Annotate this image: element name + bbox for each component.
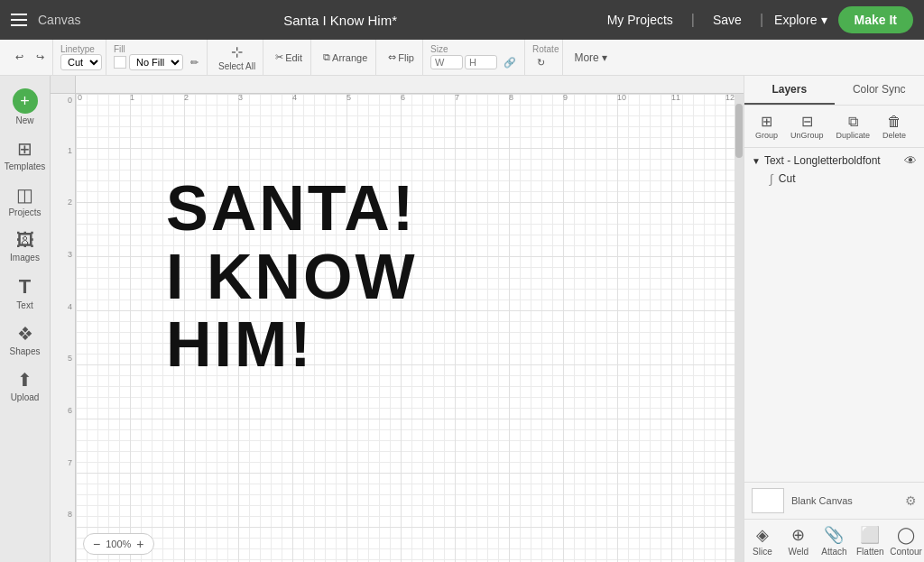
fill-color-swatch[interactable]	[114, 56, 126, 69]
ruler-h-7: 7	[455, 93, 459, 102]
ruler-h-8: 8	[509, 93, 513, 102]
canvas-settings-icon[interactable]: ⚙	[905, 493, 917, 508]
select-all-icon: ⊹	[231, 43, 243, 60]
ruler-corner	[51, 76, 76, 94]
right-panel: Layers Color Sync ⊞ Group ⊟ UnGroup ⧉ Du…	[744, 76, 924, 562]
sidebar-item-new[interactable]: + New	[3, 83, 48, 131]
arrange-button[interactable]: ⧉ Arrange	[319, 49, 372, 66]
sidebar-label-upload: Upload	[11, 392, 40, 402]
save-button[interactable]: Save	[706, 9, 749, 31]
select-all-button[interactable]: ⊹ Select All	[215, 41, 259, 73]
ruler-h-12: 12	[725, 93, 735, 102]
fill-select[interactable]: No Fill	[129, 54, 183, 70]
delete-icon: 🗑	[887, 114, 901, 130]
ungroup-button[interactable]: ⊟ UnGroup	[787, 111, 827, 142]
linetype-select[interactable]: Cut	[60, 54, 102, 70]
height-input[interactable]	[465, 55, 497, 69]
weld-button[interactable]: ⊕ Weld	[781, 520, 817, 562]
edit-button[interactable]: ✂ Edit	[271, 49, 307, 66]
undo-redo-group: ↩ ↪	[7, 40, 53, 75]
ruler-h-5: 5	[346, 93, 351, 102]
layer-group-name: Text - Longletterboldfont	[764, 154, 881, 167]
undo-button[interactable]: ↩	[11, 49, 28, 66]
sidebar-item-text[interactable]: T Text	[3, 270, 48, 316]
ruler-h-11: 11	[671, 93, 680, 102]
ruler-v-6: 6	[68, 406, 75, 458]
slice-icon: ◈	[756, 525, 769, 545]
sidebar-label-new: New	[15, 115, 33, 125]
ruler-v-4: 4	[68, 302, 75, 355]
nav-separator2: |	[760, 12, 763, 28]
text-icon: T	[19, 275, 31, 299]
rotate-group: Rotate ↻	[529, 40, 563, 75]
more-button[interactable]: More ▾	[567, 49, 614, 67]
explore-button[interactable]: Explore ▾	[774, 13, 827, 27]
app-title: Canvas	[38, 13, 80, 27]
sidebar-item-projects[interactable]: ◫ Projects	[3, 179, 48, 223]
ruler-v-8: 8	[68, 510, 75, 562]
sidebar-item-shapes[interactable]: ❖ Shapes	[3, 318, 48, 362]
flip-icon: ⇔	[388, 51, 396, 63]
images-icon: 🖼	[16, 230, 34, 251]
select-all-group: ⊹ Select All	[211, 40, 263, 75]
tab-layers[interactable]: Layers	[744, 76, 835, 105]
lock-aspect-button[interactable]: 🔗	[499, 54, 521, 71]
ruler-h-2: 2	[184, 93, 189, 102]
edit-icon: ✂	[275, 51, 283, 63]
redo-button[interactable]: ↪	[32, 49, 49, 66]
attach-button[interactable]: 📎 Attach	[817, 520, 853, 562]
main-area: + New ⊞ Templates ◫ Projects 🖼 Images T …	[0, 76, 924, 562]
sidebar-label-images: Images	[10, 253, 40, 263]
duplicate-button[interactable]: ⧉ Duplicate	[833, 112, 874, 142]
left-sidebar: + New ⊞ Templates ◫ Projects 🖼 Images T …	[0, 76, 51, 562]
panel-spacer	[744, 195, 924, 482]
width-input[interactable]	[430, 55, 463, 69]
my-projects-button[interactable]: My Projects	[600, 9, 680, 31]
canvas-scroll-area[interactable]: SANTA! I KNOW HIM!	[76, 94, 744, 562]
ruler-h-4: 4	[292, 93, 297, 102]
ruler-v-5: 5	[68, 354, 75, 406]
sidebar-item-upload[interactable]: ⬆ Upload	[3, 364, 48, 408]
make-it-button[interactable]: Make It	[838, 6, 913, 33]
weld-icon: ⊕	[791, 525, 805, 545]
sidebar-label-shapes: Shapes	[10, 346, 41, 356]
canvas-preview	[752, 488, 784, 513]
panel-actions: ⊞ Group ⊟ UnGroup ⧉ Duplicate 🗑 Delete	[744, 106, 924, 148]
sidebar-item-images[interactable]: 🖼 Images	[3, 225, 48, 268]
layer-item[interactable]: ∫ Cut	[752, 168, 917, 189]
contour-button[interactable]: ◯ Contour	[888, 520, 924, 562]
doc-title: Santa I Know Him*	[283, 13, 397, 28]
sidebar-label-projects: Projects	[8, 207, 41, 217]
flip-button[interactable]: ⇔ Flip	[383, 49, 419, 66]
arrange-group: ⧉ Arrange	[315, 40, 376, 75]
panel-tabs: Layers Color Sync	[744, 76, 924, 106]
edit-group: ✂ Edit	[267, 40, 311, 75]
sidebar-item-templates[interactable]: ⊞ Templates	[3, 133, 48, 177]
zoom-in-button[interactable]: +	[134, 537, 145, 551]
canvas-label: Blank Canvas	[791, 495, 853, 506]
fill-edit-button[interactable]: ✏	[186, 54, 203, 71]
tab-color-sync[interactable]: Color Sync	[835, 76, 925, 105]
arrange-icon: ⧉	[323, 51, 330, 63]
projects-icon: ◫	[16, 184, 33, 206]
nav-right: My Projects | Save | Explore ▾ Make It	[600, 6, 913, 33]
canvas-text-art[interactable]: SANTA! I KNOW HIM!	[166, 175, 418, 380]
scrollbar-thumb[interactable]	[735, 104, 743, 158]
hamburger-menu[interactable]	[11, 14, 27, 26]
ruler-h-9: 9	[563, 93, 568, 102]
shapes-icon: ❖	[17, 323, 33, 345]
slice-button[interactable]: ◈ Slice	[744, 520, 781, 562]
duplicate-icon: ⧉	[848, 114, 858, 130]
layer-visibility-toggle[interactable]: 👁	[904, 153, 917, 168]
ungroup-icon: ⊟	[801, 113, 813, 130]
group-button[interactable]: ⊞ Group	[752, 111, 781, 142]
vertical-scrollbar[interactable]	[735, 94, 744, 562]
rotate-button[interactable]: ↻	[532, 54, 550, 71]
rotate-label: Rotate	[532, 44, 559, 54]
top-nav: Canvas Santa I Know Him* My Projects | S…	[0, 0, 924, 40]
flatten-button[interactable]: ⬜ Flatten	[852, 520, 888, 562]
layer-item-label: Cut	[779, 172, 796, 185]
layer-expand-arrow[interactable]: ▼	[752, 156, 761, 166]
delete-button[interactable]: 🗑 Delete	[879, 112, 910, 142]
zoom-out-button[interactable]: −	[91, 537, 102, 551]
